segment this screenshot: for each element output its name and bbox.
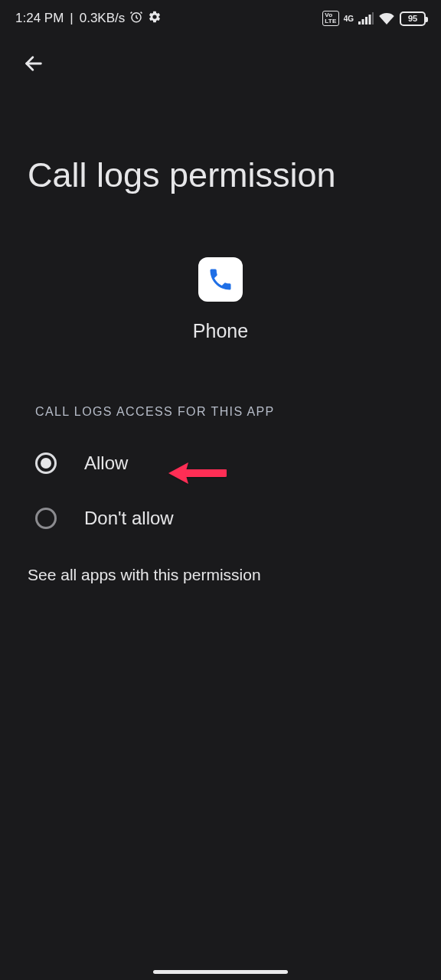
battery-icon: 95 xyxy=(400,11,426,26)
wifi-icon xyxy=(378,12,395,24)
battery-percent: 95 xyxy=(408,14,417,23)
status-time: 1:24 PM xyxy=(15,11,64,26)
status-left: 1:24 PM | 0.3KB/s xyxy=(15,10,162,28)
svg-rect-1 xyxy=(358,21,361,24)
section-header: CALL LOGS ACCESS FOR THIS APP xyxy=(0,405,441,419)
option-deny-label: Don't allow xyxy=(84,508,174,529)
home-indicator[interactable] xyxy=(153,970,288,974)
radio-selected-icon xyxy=(35,452,57,474)
page-title: Call logs permission xyxy=(0,92,441,194)
back-button[interactable] xyxy=(18,49,49,80)
status-bar: 1:24 PM | 0.3KB/s Vo LTE 4G 95 xyxy=(0,0,441,37)
app-identity: Phone xyxy=(0,257,441,342)
option-deny[interactable]: Don't allow xyxy=(31,491,410,546)
status-net-speed: 0.3KB/s xyxy=(80,11,126,26)
svg-rect-4 xyxy=(369,15,371,24)
status-right: Vo LTE 4G 95 xyxy=(322,11,426,26)
gear-icon xyxy=(148,10,162,28)
status-divider: | xyxy=(70,11,73,26)
permission-options: Allow Don't allow xyxy=(0,419,441,546)
option-allow-label: Allow xyxy=(84,452,128,474)
volte-icon: Vo LTE xyxy=(322,11,338,26)
svg-rect-2 xyxy=(362,19,364,24)
svg-rect-3 xyxy=(365,17,368,24)
arrow-left-icon xyxy=(23,53,44,77)
phone-app-icon xyxy=(198,257,243,302)
network-type-icon: 4G xyxy=(344,15,354,22)
app-name-label: Phone xyxy=(193,320,248,342)
svg-rect-5 xyxy=(372,12,374,24)
see-all-apps-link[interactable]: See all apps with this permission xyxy=(0,546,441,604)
alarm-icon xyxy=(129,10,143,28)
signal-icon xyxy=(358,12,374,24)
option-allow[interactable]: Allow xyxy=(31,436,410,491)
radio-unselected-icon xyxy=(35,508,57,529)
app-bar xyxy=(0,37,441,92)
